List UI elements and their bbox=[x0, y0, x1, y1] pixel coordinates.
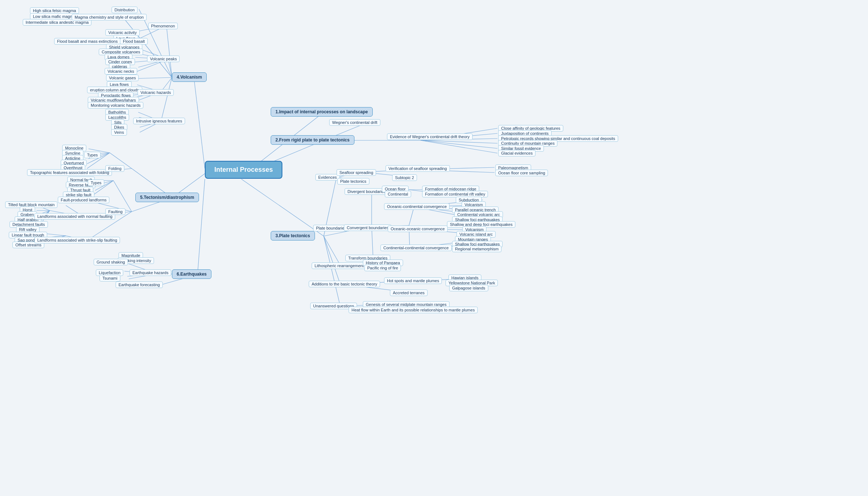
node-volcanic-hazards: Volcanic hazards bbox=[138, 89, 174, 96]
node-ooc: Oceanic-oceanic convergence bbox=[388, 226, 448, 232]
node-wegner-evid: Evidence of Wegner's continental drift t… bbox=[387, 133, 473, 140]
node-magma-chem: Magma chemistry and style of eruption bbox=[72, 14, 147, 20]
svg-line-41 bbox=[113, 181, 132, 212]
node-galapagos: Galpagose islands bbox=[449, 285, 488, 291]
node-monitoring: Monitoring volcanic hazards bbox=[88, 102, 143, 109]
node-volcanic-peaks: Volcanic peaks bbox=[147, 56, 180, 62]
branch-3[interactable]: 3.Plate tectonics bbox=[271, 231, 315, 241]
branch-6[interactable]: 6.Earthquakes bbox=[172, 269, 211, 279]
node-verif-seafloor: Verification of seafloor spreading bbox=[386, 165, 450, 172]
svg-line-26 bbox=[161, 77, 172, 121]
branch-2[interactable]: 2.From rigid plate to plate tectonics bbox=[271, 135, 354, 145]
node-subtopic2: Subtopic 2 bbox=[392, 174, 417, 181]
svg-line-109 bbox=[324, 236, 340, 284]
node-ccc: Continental-continental convergence bbox=[380, 245, 452, 251]
node-strike-land: Landforms associated with strike-slip fa… bbox=[34, 237, 120, 243]
node-plate-tec: Plate tectonics bbox=[337, 178, 369, 185]
node-reg-metamorph: Regional metamorphism bbox=[452, 246, 501, 252]
svg-line-75 bbox=[421, 140, 497, 148]
node-volcanic-gases: Volcanic gases bbox=[106, 75, 139, 81]
node-additions: Additions to the basic tectonic theory bbox=[309, 281, 380, 287]
node-occ: Oceanic-continental convergence bbox=[384, 203, 450, 210]
svg-line-106 bbox=[324, 236, 340, 265]
node-intrusive: Intrusive igneous features bbox=[133, 118, 185, 124]
svg-line-74 bbox=[421, 140, 497, 143]
node-tsunami: Tsunami bbox=[99, 275, 120, 281]
node-heat-flow: Heat flow within Earth and its possible … bbox=[349, 307, 478, 313]
node-glacial-evid: Glacial evidences bbox=[498, 150, 536, 156]
node-hotspots: Hot spots and mantle plumes bbox=[384, 277, 442, 284]
node-types-fault: Types bbox=[88, 179, 104, 186]
svg-line-105 bbox=[372, 226, 373, 258]
node-veins: Veins bbox=[111, 129, 127, 136]
node-eq-hazards: Earthquake hazards bbox=[129, 269, 171, 276]
node-eq-forecast: Earthquake forecasting bbox=[116, 281, 163, 288]
node-seafloor-spread: Seafloor spreading bbox=[337, 169, 376, 176]
node-ground-shaking: Ground shaking bbox=[94, 259, 128, 265]
node-pacific-ring: Pacific ring of fire bbox=[364, 265, 401, 271]
svg-line-3 bbox=[194, 77, 205, 169]
svg-line-2 bbox=[241, 179, 324, 236]
node-litho-rear: Lithospheric rearrangement bbox=[312, 262, 367, 269]
center-node: Internal Processes bbox=[205, 161, 282, 179]
branch-5[interactable]: 5.Tectonism/diastrophism bbox=[135, 193, 199, 202]
node-convergent: Convergent boundaries bbox=[344, 224, 391, 231]
node-folding: Folding bbox=[105, 165, 124, 172]
node-types-fold: Types bbox=[84, 152, 101, 158]
node-topo-fold: Topographic features associated with fol… bbox=[27, 169, 112, 176]
node-norm-land: Landforms associated with normal faultin… bbox=[34, 213, 115, 220]
svg-line-8 bbox=[166, 26, 172, 77]
node-fault-land: Fault-produced landforms bbox=[58, 197, 109, 203]
node-faulting: Faulting bbox=[105, 208, 125, 215]
node-continental-div: Continental bbox=[385, 191, 411, 197]
node-phenomenon: Phenomenon bbox=[148, 23, 178, 29]
branch-4[interactable]: 4.Volcanism bbox=[172, 72, 207, 82]
node-accreted: Accreted terranes bbox=[390, 289, 428, 296]
svg-line-76 bbox=[421, 140, 497, 153]
branch-1[interactable]: 1.Impact of internal processes on landsc… bbox=[271, 107, 373, 117]
node-evidences: Evidences bbox=[315, 174, 340, 181]
node-volcanic-necks: Volcanic necks bbox=[105, 68, 137, 75]
center-label: Internal Processes bbox=[214, 166, 273, 173]
node-distribution: Distribution bbox=[112, 7, 138, 13]
svg-line-115 bbox=[324, 236, 340, 306]
mindmap-canvas: Internal Processes 1.Impact of internal … bbox=[0, 0, 868, 496]
node-ocean-core: Ocean floor core sampling bbox=[495, 170, 548, 176]
node-wegner: Wegner's continental drift bbox=[329, 119, 380, 126]
